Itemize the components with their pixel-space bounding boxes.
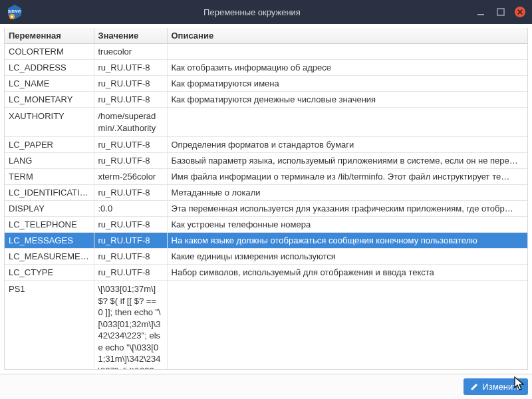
header-description[interactable]: Описание <box>167 28 527 44</box>
table-row[interactable]: LC_MEASUREMENTru_RU.UTF-8Какие единицы и… <box>5 249 527 265</box>
table-row[interactable]: XAUTHORITY/home/superadmin/.Xauthority <box>5 108 527 137</box>
svg-rect-4 <box>477 14 484 15</box>
cell-description <box>167 108 527 137</box>
pencil-icon <box>470 382 479 391</box>
table-row[interactable]: LC_MESSAGESru_RU.UTF-8На каком языке дол… <box>5 233 527 249</box>
cell-variable: LC_MONETARY <box>5 92 94 108</box>
cell-description: На каком языке должны отображаться сообщ… <box>167 233 527 249</box>
cell-value: ru_RU.UTF-8 <box>94 137 167 153</box>
cell-variable: XAUTHORITY <box>5 108 94 137</box>
cell-value: /home/superadmin/.Xauthority <box>94 108 167 137</box>
cell-description: Имя файла информации о терминале из /lib… <box>167 169 527 185</box>
svg-point-3 <box>11 16 13 18</box>
minimize-button[interactable] <box>475 6 487 18</box>
svg-text:S(ENV): S(ENV) <box>8 9 21 13</box>
content-area: Переменная Значение Описание COLORTERMtr… <box>4 28 528 370</box>
cell-value: ru_RU.UTF-8 <box>94 185 167 201</box>
table-row[interactable]: DISPLAY:0.0Эта переменная используется д… <box>5 201 527 217</box>
table-row[interactable]: LC_CTYPEru_RU.UTF-8Набор символов, испол… <box>5 265 527 281</box>
cell-description <box>167 281 527 369</box>
env-table: Переменная Значение Описание COLORTERMtr… <box>5 28 527 369</box>
window-controls <box>475 6 525 18</box>
cell-variable: COLORTERM <box>5 44 94 60</box>
cell-value: ru_RU.UTF-8 <box>94 76 167 92</box>
svg-rect-5 <box>497 9 504 15</box>
table-row[interactable]: LC_NAMEru_RU.UTF-8Как форматируются имен… <box>5 76 527 92</box>
cell-value: ru_RU.UTF-8 <box>94 233 167 249</box>
table-scroll[interactable]: Переменная Значение Описание COLORTERMtr… <box>5 28 527 369</box>
edit-button-label: Изменить <box>482 382 521 392</box>
cell-value: ru_RU.UTF-8 <box>94 60 167 76</box>
cell-value: ru_RU.UTF-8 <box>94 217 167 233</box>
cell-variable: LC_IDENTIFICATION <box>5 185 94 201</box>
cell-description: Какие единицы измерения используются <box>167 249 527 265</box>
cell-description <box>167 44 527 60</box>
window-title: Переменные окружения <box>29 7 475 17</box>
table-row[interactable]: PS1\[\033[01;37m\]$? $( if [[ $? == 0 ]]… <box>5 281 527 369</box>
cell-value: \[\033[01;37m\]$? $( if [[ $? == 0 ]]; t… <box>94 281 167 369</box>
cell-description: Базовый параметр языка, используемый при… <box>167 153 527 169</box>
cell-value: ru_RU.UTF-8 <box>94 92 167 108</box>
cell-variable: LC_TELEPHONE <box>5 217 94 233</box>
titlebar: S(ENV) Переменные окружения <box>0 0 532 24</box>
header-variable[interactable]: Переменная <box>5 28 94 44</box>
cell-value: truecolor <box>94 44 167 60</box>
table-row[interactable]: TERMxterm-256colorИмя файла информации о… <box>5 169 527 185</box>
table-row[interactable]: LC_PAPERru_RU.UTF-8Определения форматов … <box>5 137 527 153</box>
cell-value: :0.0 <box>94 201 167 217</box>
cell-description: Определения форматов и стандартов бумаги <box>167 137 527 153</box>
cell-variable: LC_MESSAGES <box>5 233 94 249</box>
cell-value: ru_RU.UTF-8 <box>94 249 167 265</box>
table-row[interactable]: LANGru_RU.UTF-8Базовый параметр языка, и… <box>5 153 527 169</box>
footer-bar: Изменить <box>0 374 532 399</box>
maximize-button[interactable] <box>495 6 507 18</box>
cell-description: Как устроены телефонные номера <box>167 217 527 233</box>
cell-description: Метаданные о локали <box>167 185 527 201</box>
table-row[interactable]: LC_TELEPHONEru_RU.UTF-8Как устроены теле… <box>5 217 527 233</box>
cell-description: Набор символов, используемый для отображ… <box>167 265 527 281</box>
cell-variable: LC_ADDRESS <box>5 60 94 76</box>
cell-description: Как отобразить информацию об адресе <box>167 60 527 76</box>
cell-variable: LC_NAME <box>5 76 94 92</box>
cell-value: ru_RU.UTF-8 <box>94 265 167 281</box>
cell-description: Эта переменная используется для указания… <box>167 201 527 217</box>
close-button[interactable] <box>515 7 525 17</box>
edit-button[interactable]: Изменить <box>464 378 528 395</box>
table-row[interactable]: LC_IDENTIFICATIONru_RU.UTF-8Метаданные о… <box>5 185 527 201</box>
table-row[interactable]: COLORTERMtruecolor <box>5 44 527 60</box>
cell-variable: PS1 <box>5 281 94 369</box>
table-row[interactable]: LC_MONETARYru_RU.UTF-8Как форматируются … <box>5 92 527 108</box>
table-row[interactable]: LC_ADDRESSru_RU.UTF-8Как отобразить инфо… <box>5 60 527 76</box>
cell-variable: LC_CTYPE <box>5 265 94 281</box>
cell-variable: LC_PAPER <box>5 137 94 153</box>
cell-variable: LANG <box>5 153 94 169</box>
app-icon: S(ENV) <box>7 4 23 20</box>
table-header-row: Переменная Значение Описание <box>5 28 527 44</box>
cell-variable: TERM <box>5 169 94 185</box>
cell-description: Как форматируются имена <box>167 76 527 92</box>
header-value[interactable]: Значение <box>94 28 167 44</box>
cell-value: xterm-256color <box>94 169 167 185</box>
cell-variable: LC_MEASUREMENT <box>5 249 94 265</box>
cell-variable: DISPLAY <box>5 201 94 217</box>
cell-description: Как форматируются денежные числовые знач… <box>167 92 527 108</box>
cell-value: ru_RU.UTF-8 <box>94 153 167 169</box>
